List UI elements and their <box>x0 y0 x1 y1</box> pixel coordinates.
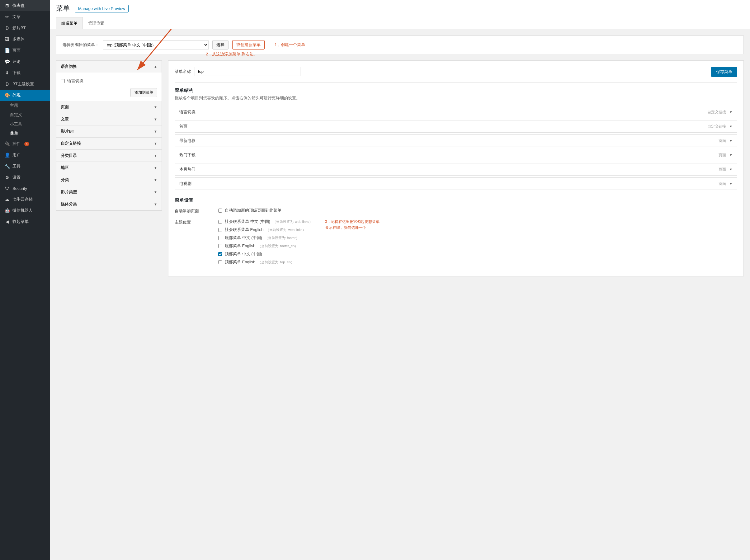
pages-header[interactable]: 页面 ▼ <box>56 101 162 113</box>
menu-item-row[interactable]: 电视剧 页面 ▼ <box>175 177 737 190</box>
sidebar-item-tools[interactable]: 🔧 工具 <box>0 161 50 172</box>
menu-structure-title: 菜单结构 <box>175 87 737 93</box>
sidebar-item-bt-theme[interactable]: D BT主题设置 <box>0 78 50 89</box>
theme-pos-0: 社会联系菜单 中文 (中国) （当前设置为: web links） <box>218 219 313 224</box>
menu-item-type: 页面 <box>718 153 726 158</box>
menu-item-row[interactable]: 最新电影 页面 ▼ <box>175 135 737 147</box>
menu-item-right: 页面 ▼ <box>718 153 733 158</box>
auto-add-pages-row: 自动添加页面 自动添加新的顶级页面到此菜单 <box>175 207 737 214</box>
posts-section: 文章 ▼ <box>56 113 162 125</box>
categories-header[interactable]: 分类目录 ▼ <box>56 150 162 162</box>
tab-manage-locations[interactable]: 管理位置 <box>83 17 110 29</box>
theme-pos-2-note: （当前设置为: footer） <box>264 236 299 240</box>
menu-item-expand-icon[interactable]: ▼ <box>729 182 733 185</box>
menu-item-label: 热门下载 <box>179 152 196 158</box>
sidebar-item-customize[interactable]: 自定义 <box>0 110 50 120</box>
sidebar-item-posts[interactable]: ✏ 文章 <box>0 11 50 22</box>
sidebar-item-collapse[interactable]: ◀ 收起菜单 <box>0 216 50 227</box>
auto-add-checkbox[interactable] <box>218 208 222 213</box>
menu-item-row[interactable]: 本月热门 页面 ▼ <box>175 163 737 176</box>
sidebar: ⊞ 仪表盘 ✏ 文章 D 影片BT 🖼 多媒体 📄 页面 💬 评论 ⬇ 下载 D… <box>0 0 50 560</box>
custom-links-title: 自定义链接 <box>61 141 81 146</box>
language-switch-checkbox[interactable] <box>61 79 65 83</box>
tab-edit-menu[interactable]: 编辑菜单 <box>56 17 83 29</box>
auto-add-text: 自动添加新的顶级页面到此菜单 <box>225 207 281 213</box>
sidebar-item-widgets[interactable]: 小工具 <box>0 120 50 129</box>
movie-types-header[interactable]: 影片类型 ▼ <box>56 186 162 198</box>
menu-name-label: 菜单名称 <box>175 69 191 74</box>
theme-pos-2-checkbox[interactable] <box>218 236 222 240</box>
chevron-down-icon: ▼ <box>154 202 157 206</box>
chevron-down-icon: ▼ <box>154 105 157 109</box>
media-categories-header[interactable]: 媒体分类 ▼ <box>56 198 162 210</box>
sidebar-item-qiniu[interactable]: ☁ 七牛云存储 <box>0 194 50 205</box>
language-switch-header[interactable]: 语言切换 ▲ <box>56 61 162 73</box>
right-panel: 2，从这边添加菜单 到右边。 菜单名称 保存菜单 菜单结构 拖放各个项目到您喜欢… <box>168 60 744 276</box>
regions-header[interactable]: 地区 ▼ <box>56 162 162 174</box>
theme-pos-3-checkbox[interactable] <box>218 244 222 248</box>
sidebar-item-downloads[interactable]: ⬇ 下载 <box>0 67 50 78</box>
chevron-down-icon: ▼ <box>154 129 157 133</box>
posts-title: 文章 <box>61 116 69 122</box>
menu-item-row[interactable]: 语言切换 自定义链接 ▼ <box>175 106 737 118</box>
menu-name-input[interactable] <box>195 67 300 76</box>
auto-add-checkbox-row: 自动添加新的顶级页面到此菜单 <box>218 207 281 213</box>
sidebar-item-label: 设置 <box>13 175 21 180</box>
menu-item-expand-icon[interactable]: ▼ <box>729 153 733 157</box>
save-menu-button[interactable]: 保存菜单 <box>711 67 737 77</box>
auto-add-label: 自动添加页面 <box>175 207 212 214</box>
theme-pos-5-checkbox[interactable] <box>218 260 222 264</box>
sidebar-item-users[interactable]: 👤 用户 <box>0 149 50 161</box>
menu-item-row[interactable]: 首页 自定义链接 ▼ <box>175 120 737 133</box>
language-switch-body: 语言切换 添加到菜单 <box>56 73 162 101</box>
custom-links-header[interactable]: 自定义链接 ▼ <box>56 138 162 149</box>
select-button[interactable]: 选择 <box>212 40 229 49</box>
active-indicator <box>48 89 50 101</box>
sidebar-item-security[interactable]: 🛡 Security <box>0 183 50 194</box>
menu-item-expand-icon[interactable]: ▼ <box>729 110 733 114</box>
sidebar-item-label: 七牛云存储 <box>13 196 33 202</box>
theme-pos-4-checkbox[interactable] <box>218 252 222 256</box>
add-to-menu-button[interactable]: 添加到菜单 <box>131 88 157 97</box>
theme-pos-0-checkbox[interactable] <box>218 220 222 224</box>
theme-pos-1-checkbox[interactable] <box>218 228 222 232</box>
movies-bt-header[interactable]: 影片BT ▼ <box>56 125 162 137</box>
sidebar-item-movies[interactable]: D 影片BT <box>0 22 50 34</box>
menu-select[interactable]: top (顶部菜单 中文 (中国)) <box>103 40 209 49</box>
sidebar-item-themes[interactable]: 主题 <box>0 101 50 110</box>
theme-pos-1-label: 社会联系菜单 English （当前设置为: web links） <box>225 227 306 233</box>
movie-types-title: 影片类型 <box>61 189 77 195</box>
sidebar-item-pages[interactable]: 📄 页面 <box>0 45 50 56</box>
sidebar-item-menus[interactable]: 菜单 <box>0 129 50 138</box>
tags-section: 分类 ▼ <box>56 174 162 186</box>
menu-item-expand-icon[interactable]: ▼ <box>729 124 733 128</box>
pages-icon: 📄 <box>4 48 10 53</box>
sidebar-item-media[interactable]: 🖼 多媒体 <box>0 34 50 45</box>
menu-item-expand-icon[interactable]: ▼ <box>729 139 733 143</box>
theme-pos-3-note: （当前设置为: footer_en） <box>258 244 298 248</box>
live-preview-button[interactable]: Manage with Live Preview <box>75 5 129 13</box>
menu-item-type: 页面 <box>718 138 726 143</box>
tags-header[interactable]: 分类 ▼ <box>56 174 162 186</box>
two-column-layout: 语言切换 ▲ 语言切换 添加到菜单 页面 ▼ <box>56 60 744 276</box>
posts-header[interactable]: 文章 ▼ <box>56 113 162 125</box>
chevron-down-icon: ▼ <box>154 166 157 169</box>
media-icon: 🖼 <box>4 37 10 42</box>
sidebar-item-label: 外观 <box>13 93 21 98</box>
sidebar-item-plugins[interactable]: 🔌 插件 4 <box>0 138 50 149</box>
downloads-icon: ⬇ <box>4 71 10 75</box>
sidebar-item-settings[interactable]: ⚙ 设置 <box>0 172 50 183</box>
media-categories-section: 媒体分类 ▼ <box>56 198 162 211</box>
sidebar-item-comments[interactable]: 💬 评论 <box>0 56 50 67</box>
menu-item-row[interactable]: 热门下载 页面 ▼ <box>175 149 737 161</box>
tags-title: 分类 <box>61 177 69 183</box>
sidebar-item-wechat[interactable]: 🤖 微信机器人 <box>0 205 50 216</box>
sidebar-item-appearance[interactable]: 🎨 外观 <box>0 89 50 101</box>
sidebar-item-label: 影片BT <box>13 25 26 31</box>
chevron-down-icon: ▼ <box>154 178 157 182</box>
menu-item-right: 自定义链接 ▼ <box>707 124 733 129</box>
pages-section: 页面 ▼ <box>56 101 162 113</box>
menu-item-expand-icon[interactable]: ▼ <box>729 167 733 171</box>
sidebar-item-dashboard[interactable]: ⊞ 仪表盘 <box>0 0 50 11</box>
create-new-menu-link[interactable]: 或创建新菜单 <box>232 40 264 49</box>
